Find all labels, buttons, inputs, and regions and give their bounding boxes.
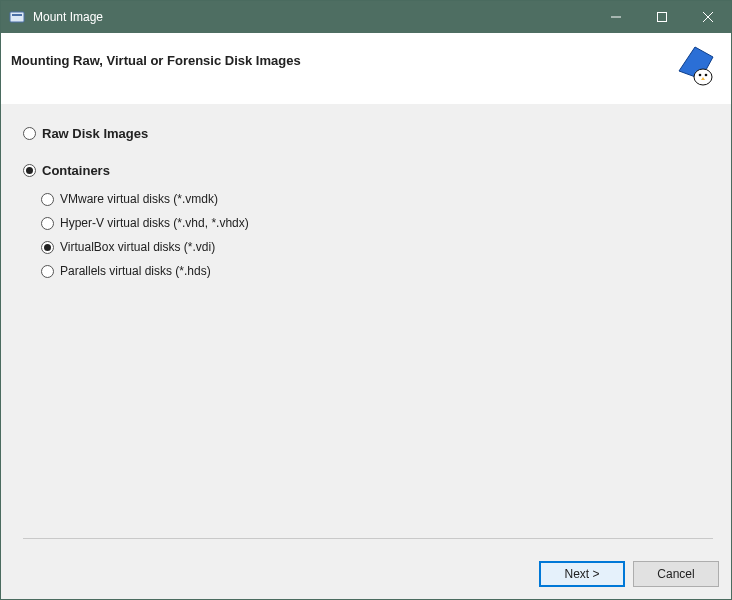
option-label: Raw Disk Images: [42, 126, 148, 141]
wizard-icon: [673, 45, 717, 89]
mount-image-window: Mount Image Mounting Raw, Virtual or For…: [0, 0, 732, 600]
next-button[interactable]: Next >: [539, 561, 625, 587]
wizard-footer: Next > Cancel: [1, 561, 731, 599]
option-label: VMware virtual disks (*.vmdk): [60, 192, 218, 206]
titlebar: Mount Image: [1, 1, 731, 33]
option-label: Containers: [42, 163, 110, 178]
radio-icon: [23, 127, 36, 140]
option-virtualbox[interactable]: VirtualBox virtual disks (*.vdi): [41, 240, 713, 254]
option-label: VirtualBox virtual disks (*.vdi): [60, 240, 215, 254]
svg-point-9: [699, 74, 702, 77]
wizard-content: Raw Disk Images Containers VMware virtua…: [1, 104, 731, 561]
option-vmware[interactable]: VMware virtual disks (*.vmdk): [41, 192, 713, 206]
footer-separator: [23, 538, 713, 539]
wizard-header: Mounting Raw, Virtual or Forensic Disk I…: [1, 33, 731, 104]
maximize-button[interactable]: [639, 1, 685, 33]
container-type-group: VMware virtual disks (*.vmdk) Hyper-V vi…: [23, 192, 713, 278]
minimize-button[interactable]: [593, 1, 639, 33]
radio-icon: [41, 193, 54, 206]
radio-icon: [23, 164, 36, 177]
option-parallels[interactable]: Parallels virtual disks (*.hds): [41, 264, 713, 278]
cancel-button[interactable]: Cancel: [633, 561, 719, 587]
window-title: Mount Image: [33, 10, 103, 24]
svg-rect-1: [12, 14, 22, 16]
svg-rect-0: [10, 12, 24, 22]
radio-icon: [41, 217, 54, 230]
svg-rect-3: [658, 13, 667, 22]
page-title: Mounting Raw, Virtual or Forensic Disk I…: [11, 53, 301, 68]
svg-point-10: [705, 74, 708, 77]
option-hyperv[interactable]: Hyper-V virtual disks (*.vhd, *.vhdx): [41, 216, 713, 230]
radio-icon: [41, 265, 54, 278]
option-label: Parallels virtual disks (*.hds): [60, 264, 211, 278]
option-containers[interactable]: Containers: [23, 163, 713, 178]
window-controls: [593, 1, 731, 33]
close-button[interactable]: [685, 1, 731, 33]
option-label: Hyper-V virtual disks (*.vhd, *.vhdx): [60, 216, 249, 230]
app-icon: [9, 9, 25, 25]
option-raw-disk-images[interactable]: Raw Disk Images: [23, 126, 713, 141]
radio-icon: [41, 241, 54, 254]
image-type-group: Raw Disk Images Containers: [23, 126, 713, 178]
